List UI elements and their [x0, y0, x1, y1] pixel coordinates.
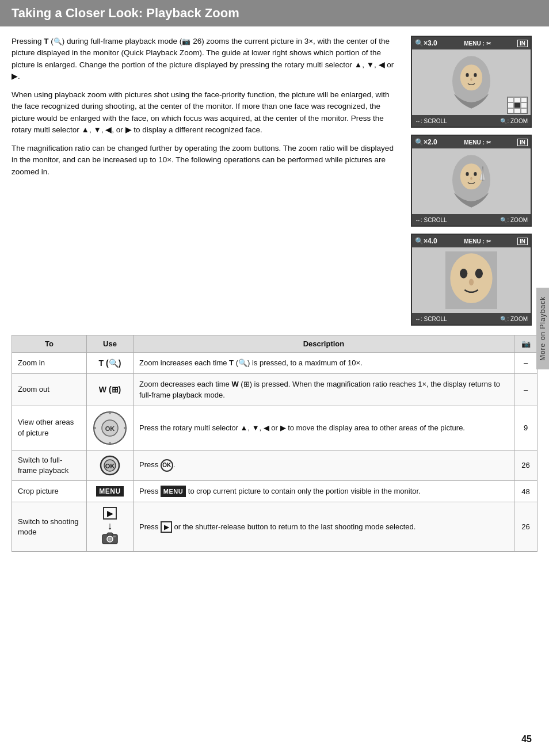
svg-point-33	[109, 538, 112, 541]
svg-point-15	[469, 279, 474, 286]
camera-icon	[101, 532, 119, 547]
svg-rect-34	[113, 536, 116, 537]
desc-view-areas: Press the rotary multi selector ▲, ▼, ◀ …	[134, 406, 514, 450]
portrait-3	[412, 247, 531, 313]
to-full-frame: Switch to full-frame playback	[12, 450, 87, 480]
zoom-label-3: 🔍×4.0	[415, 237, 437, 245]
to-zoom-out: Zoom out	[12, 373, 87, 406]
svg-point-13	[460, 269, 467, 278]
use-zoom-in: T (🔍)	[87, 353, 134, 374]
svg-point-17	[109, 412, 111, 414]
svg-rect-31	[107, 533, 113, 536]
svg-point-12	[450, 253, 492, 303]
svg-point-20	[94, 427, 96, 429]
svg-point-19	[109, 442, 111, 444]
svg-point-18	[124, 427, 126, 429]
table-row: Zoom in T (🔍) Zoom increases each time T…	[12, 353, 537, 374]
page-title: Taking a Closer Look: Playback Zoom	[12, 6, 537, 21]
rotary-svg: OK	[93, 411, 127, 445]
ref-zoom-in: –	[514, 353, 537, 374]
svg-point-3	[474, 73, 476, 77]
table-section: To Use Description 📷 Zoom in T (🔍) Zoom …	[0, 335, 549, 552]
arrow-down-icon: ↓	[108, 521, 113, 531]
ok-button-svg: OK	[100, 455, 120, 476]
menu-label-1: MENU : ✂	[464, 40, 490, 47]
images-column: 🔍×3.0 MENU : ✂ IN	[411, 36, 537, 326]
ref-crop: 48	[514, 480, 537, 502]
svg-point-22	[122, 437, 124, 438]
svg-point-8	[474, 172, 476, 176]
menu-label-3: MENU : ✂	[464, 238, 490, 245]
operations-table: To Use Description 📷 Zoom in T (🔍) Zoom …	[12, 335, 537, 552]
col-ref: 📷	[514, 335, 537, 353]
face-svg-3	[445, 251, 497, 309]
desc-shooting: Press ▶ or the shutter-release button to…	[134, 502, 514, 552]
bottom-bar-3: ↔: SCROLL 🔍: ZOOM	[412, 313, 531, 324]
use-shooting: ▶ ↓	[87, 502, 134, 552]
svg-text:OK: OK	[105, 425, 115, 432]
bottom-bar-2: ↔: SCROLL 🔍: ZOOM	[412, 214, 531, 226]
menu-badge: MENU	[96, 486, 123, 497]
use-zoom-out: W (⊞)	[87, 373, 134, 406]
to-crop: Crop picture	[12, 480, 87, 502]
camera-screen-3: 🔍×4.0 MENU : ✂ IN ↔: SCROLL 🔍: ZOOM	[411, 234, 532, 326]
col-use: Use	[87, 335, 134, 353]
ref-view-areas: 9	[514, 406, 537, 450]
table-row: Switch to full-frame playback OK Press O…	[12, 450, 537, 480]
portrait-2	[412, 148, 531, 214]
svg-point-7	[466, 172, 468, 176]
desc-full-frame: Press OK.	[134, 450, 514, 480]
play-icon: ▶	[103, 507, 117, 520]
camera-screen-2: 🔍×2.0 MENU : ✂ IN ↔	[411, 135, 532, 227]
desc-zoom-out: Zoom decreases each time W (⊞) is presse…	[134, 373, 514, 406]
svg-point-1	[460, 64, 482, 90]
col-description: Description	[134, 335, 514, 353]
table-row: Zoom out W (⊞) Zoom decreases each time …	[12, 373, 537, 406]
svg-point-14	[475, 269, 483, 278]
svg-point-21	[119, 414, 121, 416]
shooting-icon-cell: ▶ ↓	[93, 507, 127, 547]
intro-para2: When using playback zoom with pictures s…	[12, 89, 399, 136]
intro-para3: The magnification ratio can be changed f…	[12, 143, 399, 178]
desc-crop: Press MENU to crop current picture to co…	[134, 480, 514, 502]
face-svg-1	[445, 54, 497, 111]
text-column: Pressing T (🔍) during full-frame playbac…	[12, 36, 399, 326]
in-badge-1: IN	[517, 40, 528, 47]
bottom-bar-1: ↔: SCROLL 🔍: ZOOM	[412, 115, 531, 127]
svg-point-24	[100, 414, 101, 416]
table-header-row: To Use Description 📷	[12, 335, 537, 353]
camera-screen-1: 🔍×3.0 MENU : ✂ IN	[411, 36, 532, 128]
ref-zoom-out: –	[514, 373, 537, 406]
to-view-areas: View other areas of picture	[12, 406, 87, 450]
desc-zoom-in: Zoom increases each time T (🔍) is presse…	[134, 353, 514, 374]
to-zoom-in: Zoom in	[12, 353, 87, 374]
in-badge-2: IN	[517, 139, 528, 146]
svg-point-4	[470, 78, 472, 81]
main-content: Pressing T (🔍) during full-frame playbac…	[0, 36, 549, 326]
svg-point-23	[97, 437, 98, 438]
svg-point-2	[466, 73, 468, 77]
table-row: Crop picture MENU Press MENU to crop cur…	[12, 480, 537, 502]
menu-label-2: MENU : ✂	[464, 139, 490, 146]
svg-point-9	[470, 177, 472, 180]
zoom-label-1: 🔍×3.0	[415, 39, 437, 47]
face-svg-2	[445, 152, 497, 210]
use-crop: MENU	[87, 480, 134, 502]
side-tab: More on Playback	[536, 288, 549, 369]
mini-map-1	[507, 97, 528, 114]
table-row: Switch to shooting mode ▶ ↓	[12, 502, 537, 552]
page-number: 45	[521, 734, 532, 744]
col-to: To	[12, 335, 87, 353]
intro-para1: Pressing T (🔍) during full-frame playbac…	[12, 36, 399, 82]
use-full-frame: OK	[87, 450, 134, 480]
to-shooting: Switch to shooting mode	[12, 502, 87, 552]
zoom-label-2: 🔍×2.0	[415, 138, 437, 146]
ref-full-frame: 26	[514, 450, 537, 480]
table-row: View other areas of picture	[12, 406, 537, 450]
page-header: Taking a Closer Look: Playback Zoom	[0, 0, 549, 26]
rotary-dial: OK	[93, 411, 127, 445]
svg-text:OK: OK	[105, 463, 115, 469]
svg-point-6	[460, 163, 482, 189]
ref-shooting: 26	[514, 502, 537, 552]
use-view-areas: OK	[87, 406, 134, 450]
